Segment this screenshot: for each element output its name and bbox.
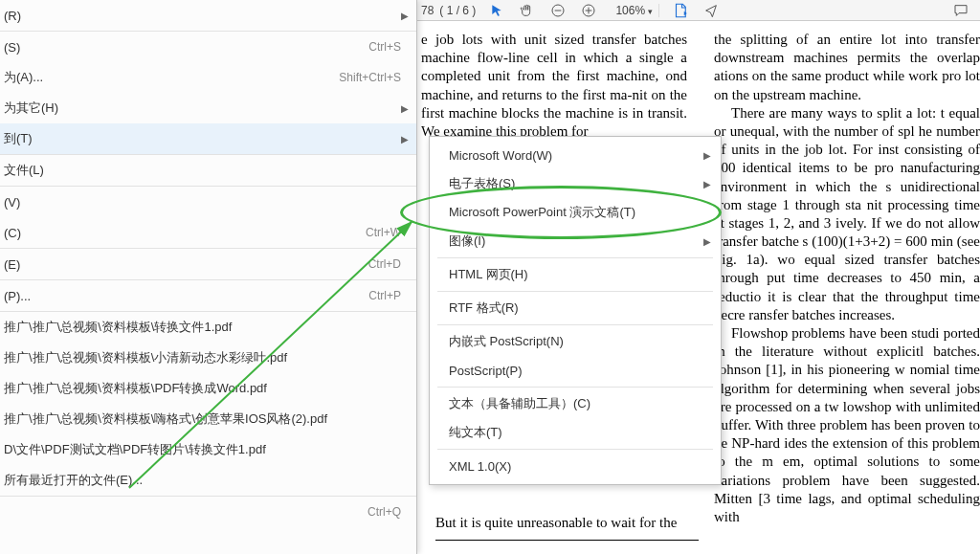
page-indicator: 78 ( 1 / 6 )	[421, 4, 476, 17]
doc-paragraph: But it is quite unreasonable to wait for…	[435, 514, 677, 532]
menu-separator	[437, 387, 713, 388]
menu-separator	[437, 291, 713, 292]
recent-file[interactable]: 推广\推广\总视频\资料模板\嗨格式\创意苹果IOS风格(2).pdf	[0, 404, 416, 434]
doc-paragraph: There are many ways to split a lot: t eq…	[714, 104, 980, 324]
doc-paragraph: e job lots with unit sized transfer batc…	[421, 31, 687, 141]
export-to-submenu: Microsoft Word(W) ▶ 电子表格(S) ▶ Microsoft …	[429, 136, 722, 485]
submenu-item-eps[interactable]: 内嵌式 PostScript(N)	[430, 327, 721, 356]
page-number: 78	[421, 4, 434, 17]
menu-separator	[437, 449, 713, 450]
menu-item-save-as[interactable]: 为(A)... Shift+Ctrl+S	[0, 62, 416, 93]
chevron-right-icon: ▶	[401, 11, 409, 21]
doc-separator	[435, 540, 699, 541]
menu-separator	[437, 257, 713, 258]
comment-icon[interactable]	[951, 1, 970, 20]
menu-item-quit[interactable]: Ctrl+Q	[0, 497, 416, 527]
chevron-right-icon: ▶	[703, 236, 711, 247]
menu-item-recent-r[interactable]: (R) ▶	[0, 0, 416, 31]
menu-separator	[437, 324, 713, 325]
menu-item-all-recent[interactable]: 所有最近打开的文件(E)...	[0, 465, 416, 496]
submenu-item-rtf[interactable]: RTF 格式(R)	[430, 294, 721, 322]
page-range: ( 1 / 6 )	[439, 4, 476, 17]
submenu-item-spreadsheet[interactable]: 电子表格(S) ▶	[430, 169, 721, 198]
hand-icon[interactable]	[518, 1, 537, 20]
submenu-item-plain-text[interactable]: 纯文本(T)	[430, 418, 721, 447]
export-icon[interactable]	[671, 1, 690, 20]
menu-item-properties[interactable]: (E) Ctrl+D	[0, 249, 416, 279]
menu-item-revert[interactable]: (V)	[0, 187, 416, 217]
doc-paragraph: the splitting of an entire lot into tran…	[714, 31, 980, 104]
submenu-item-word[interactable]: Microsoft Word(W) ▶	[430, 141, 721, 169]
recent-file[interactable]: 推广\推广\总视频\资料模板\小清新动态水彩绿叶.pdf	[0, 343, 416, 373]
recent-file[interactable]: 推广\推广\总视频\资料模板\转换文件1.pdf	[0, 312, 416, 343]
menu-item-save[interactable]: (S) Ctrl+S	[0, 32, 416, 62]
zoom-in-icon[interactable]	[579, 1, 598, 20]
chevron-right-icon: ▶	[401, 103, 409, 114]
share-icon[interactable]	[702, 1, 721, 20]
chevron-right-icon: ▶	[703, 150, 711, 161]
cursor-icon[interactable]	[487, 1, 506, 20]
zoom-level[interactable]: 106% ▾	[610, 4, 659, 17]
submenu-item-postscript[interactable]: PostScript(P)	[430, 356, 721, 385]
submenu-item-accessible-text[interactable]: 文本（具备辅助工具）(C)	[430, 389, 721, 418]
menu-item-attach-file[interactable]: 文件(L)	[0, 155, 416, 186]
file-menu: (R) ▶ (S) Ctrl+S 为(A)... Shift+Ctrl+S 为其…	[0, 0, 417, 554]
submenu-item-html[interactable]: HTML 网页(H)	[430, 260, 721, 289]
menu-item-export-to[interactable]: 到(T) ▶	[0, 123, 416, 154]
doc-paragraph: Flowshop problems have been studi ported…	[714, 324, 980, 526]
menu-item-save-as-other[interactable]: 为其它(H) ▶	[0, 93, 416, 123]
chevron-right-icon: ▶	[401, 134, 409, 144]
chevron-right-icon: ▶	[703, 179, 711, 189]
zoom-out-icon[interactable]	[548, 1, 568, 20]
doc-column-right: the splitting of an entire lot into tran…	[714, 31, 980, 526]
recent-file[interactable]: 推广\推广\总视频\资料模板\PDF转换成Word.pdf	[0, 373, 416, 404]
submenu-item-xml[interactable]: XML 1.0(X)	[430, 452, 721, 480]
menu-item-print[interactable]: (P)... Ctrl+P	[0, 280, 416, 311]
recent-file[interactable]: D\文件\PDF测试文档\PDF转图片\转换文件1.pdf	[0, 434, 416, 465]
menu-item-close[interactable]: (C) Ctrl+W	[0, 217, 416, 248]
submenu-item-image[interactable]: 图像(I) ▶	[430, 227, 721, 255]
submenu-item-powerpoint[interactable]: Microsoft PowerPoint 演示文稿(T)	[430, 198, 721, 227]
